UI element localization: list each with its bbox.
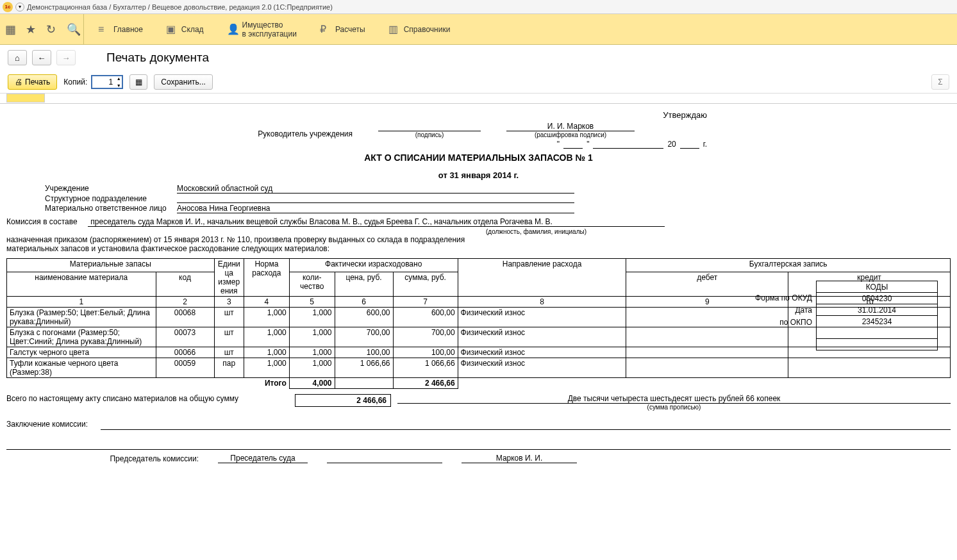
cell-name: Блузка (Размер:50; Цвет:Белый; Длина рук… <box>7 308 156 327</box>
cell-dir: Физический износ <box>458 347 626 358</box>
cell-debit <box>626 327 788 347</box>
copies-label: Копий: <box>63 78 87 86</box>
code-okud: 0504230 <box>817 293 938 304</box>
year-suffix: г. <box>703 140 707 149</box>
preview-button[interactable]: ▦ <box>129 74 147 90</box>
act-date: от 31 января 2014 г. <box>6 170 951 180</box>
okpo-label: по ОКПО <box>755 318 812 330</box>
cell-price: 700,00 <box>335 327 393 347</box>
cell-sum: 600,00 <box>393 308 458 327</box>
order-text: назначенная приказом (распоряжением) от … <box>6 235 951 244</box>
grand-num: 2 466,66 <box>295 394 391 407</box>
search-icon[interactable]: 🔍 <box>67 22 78 37</box>
cell-sum: 100,00 <box>393 347 458 358</box>
signer-position: Преседатель суда <box>218 454 308 463</box>
commission-members: преседатель суда Марков И. И., начальник… <box>88 217 665 227</box>
codes-box: КОДЫ 0504230 31.01.2014 2345234 <box>816 281 938 350</box>
dept-value <box>177 194 574 203</box>
year-prefix: 20 <box>667 140 676 149</box>
head-signature <box>378 121 481 131</box>
ribbon-item-property[interactable]: 👤 Имущество в эксплуатации <box>218 14 306 44</box>
spinner-up-icon[interactable]: ▲ <box>114 75 123 82</box>
book-icon: ▥ <box>388 23 399 35</box>
cell-unit: шт <box>214 327 244 347</box>
commission-caption: (должность, фамилия, инициалы) <box>122 228 951 235</box>
cell-qty: 1,000 <box>289 327 335 347</box>
history-icon[interactable]: ↻ <box>46 22 58 37</box>
title-text: Демонстрационная база / Бухгалтер / Веще… <box>27 3 333 11</box>
th-sum: сумма, руб. <box>393 272 458 296</box>
ribbon-label: Имущество <box>242 21 297 29</box>
th-qty: коли- чество <box>289 272 335 296</box>
ribbon-item-ref[interactable]: ▥ Справочники <box>379 14 460 44</box>
sum-button[interactable]: Σ <box>931 74 949 90</box>
th-mat: Материальные запасы <box>7 259 215 272</box>
signer-label: Председатель комиссии: <box>90 454 199 463</box>
inst-label: Учреждение <box>6 184 167 194</box>
cell-sum: 1 066,66 <box>393 358 458 378</box>
table-row[interactable]: Блузка с погонами (Размер:50; Цвет:Синий… <box>7 327 951 347</box>
ribbon-item-warehouse[interactable]: ▣ Склад <box>157 14 213 44</box>
code-empty1 <box>817 327 938 339</box>
total-sum: 2 466,66 <box>393 378 458 389</box>
ribbon-item-main[interactable]: ≡ Главное <box>89 14 152 44</box>
col-num: 6 <box>335 297 393 308</box>
cell-debit <box>626 358 788 378</box>
table-row[interactable]: Туфли кожаные черного цвета (Размер:38)0… <box>7 358 951 378</box>
navbar: ⌂ ← → Печать документа <box>0 45 957 70</box>
th-norm: Норма расхода <box>244 259 290 297</box>
cell-sum: 700,00 <box>393 327 458 347</box>
ribbon: ▦ ★ ↻ 🔍 ≡ Главное ▣ Склад 👤 Имущество в … <box>0 14 957 45</box>
mol-value: Аносова Нина Георгиевна <box>177 204 574 213</box>
grid-icon[interactable]: ▦ <box>5 22 17 37</box>
ruble-icon: ₽ <box>320 23 330 35</box>
doc-tab[interactable] <box>6 94 45 103</box>
app-icon: 1c <box>3 2 13 12</box>
ribbon-label: Справочники <box>404 25 451 34</box>
signer-signature <box>327 463 442 463</box>
ribbon-item-calc[interactable]: ₽ Расчеты <box>311 14 374 44</box>
toolbar: 🖨 Печать Копий: ▲ ▼ ▦ Сохранить... Σ <box>0 70 957 94</box>
ribbon-sublabel: в эксплуатации <box>242 29 297 38</box>
home-button[interactable]: ⌂ <box>8 50 27 65</box>
ribbon-label: Главное <box>113 25 143 34</box>
grand-words: Две тысячи четыреста шестьдесят шесть ру… <box>397 394 951 404</box>
conclusion-label: Заключение комиссии: <box>6 420 88 430</box>
col-num: 3 <box>214 297 244 308</box>
th-name: наименование материала <box>7 272 156 296</box>
app-menu-dropdown-icon[interactable]: ▾ <box>15 3 24 12</box>
back-button[interactable]: ← <box>32 50 51 65</box>
spinner-down-icon[interactable]: ▼ <box>114 82 123 89</box>
cell-code: 00059 <box>156 358 214 378</box>
cell-qty: 1,000 <box>289 358 335 378</box>
printer-icon: 🖨 <box>15 78 22 86</box>
cell-norm: 1,000 <box>244 347 290 358</box>
forward-button[interactable]: → <box>56 50 76 65</box>
head-name: И. И. Марков <box>506 122 635 131</box>
signer-name: Марков И. И. <box>462 454 577 463</box>
cell-dir: Физический износ <box>458 358 626 378</box>
page-title: Печать документа <box>106 51 209 65</box>
cell-name: Туфли кожаные черного цвета (Размер:38) <box>7 358 156 378</box>
cell-code: 00068 <box>156 308 214 327</box>
th-price: цена, руб. <box>335 272 393 296</box>
head-label: Руководитель учреждения <box>6 129 353 138</box>
code-date: 31.01.2014 <box>817 304 938 316</box>
code-empty2 <box>817 339 938 350</box>
approve-label: Утверждаю <box>663 110 707 120</box>
cell-qty: 1,000 <box>289 308 335 327</box>
print-button[interactable]: 🖨 Печать <box>8 74 57 90</box>
star-icon[interactable]: ★ <box>26 22 37 37</box>
cell-price: 1 066,66 <box>335 358 393 378</box>
inst-value: Московский областной суд <box>177 184 574 194</box>
col-num: 2 <box>156 297 214 308</box>
col-num: 8 <box>458 297 626 308</box>
cell-debit <box>626 347 788 358</box>
dept-label: Структурное подразделение <box>6 194 167 203</box>
titlebar: 1c ▾ Демонстрационная база / Бухгалтер /… <box>0 0 957 14</box>
cell-code: 00066 <box>156 347 214 358</box>
okud-label: Форма по ОКУД <box>755 293 812 306</box>
cell-norm: 1,000 <box>244 358 290 378</box>
save-button[interactable]: Сохранить... <box>154 74 213 90</box>
table-row[interactable]: Галстук черного цвета00066шт1,0001,00010… <box>7 347 951 358</box>
